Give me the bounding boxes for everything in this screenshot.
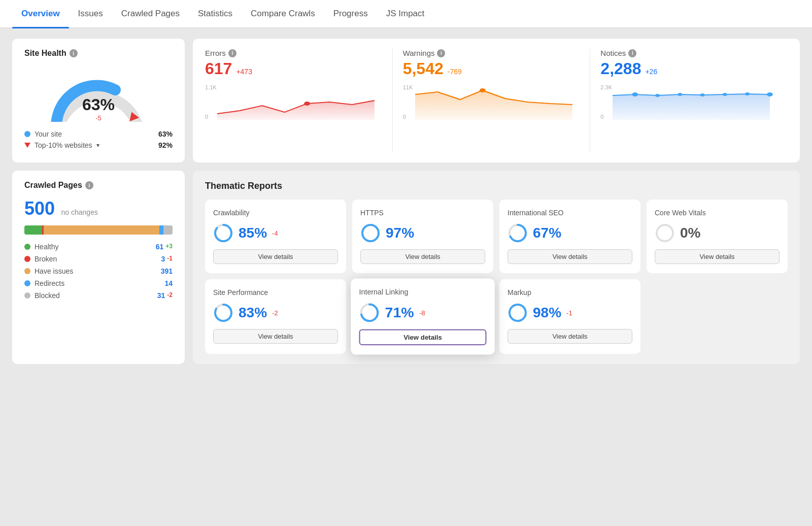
markup-circle <box>507 303 528 323</box>
bottom-row: Crawled Pages i 500 no changes Healthy <box>12 171 800 364</box>
core-web-vitals-view-details[interactable]: View details <box>655 249 780 264</box>
crawlability-circle <box>213 223 233 243</box>
svg-point-14 <box>215 225 231 241</box>
reports-grid: Crawlability 85% -4 View details HTTPS <box>205 200 788 354</box>
report-https: HTTPS 97% View details <box>352 200 493 273</box>
nav-statistics[interactable]: Statistics <box>189 0 242 27</box>
nav-crawled-pages[interactable]: Crawled Pages <box>112 0 189 27</box>
nav-overview[interactable]: Overview <box>12 0 69 27</box>
top-row: Site Health i 63% <box>12 39 800 162</box>
svg-point-11 <box>746 92 750 95</box>
markup-view-details[interactable]: View details <box>507 329 632 344</box>
report-crawlability: Crawlability 85% -4 View details <box>205 200 346 273</box>
warnings-delta: -769 <box>448 68 462 76</box>
internal-linking-view-details[interactable]: View details <box>359 329 487 345</box>
notices-value: 2,288 <box>600 59 641 78</box>
notices-value-row: 2,288 +26 <box>600 59 777 78</box>
international-seo-circle <box>507 223 528 243</box>
warnings-info-icon[interactable]: i <box>437 49 445 57</box>
https-circle <box>360 223 381 243</box>
your-site-dot <box>24 131 30 137</box>
top10-legend: Top-10% websites ▾ 92% <box>24 141 173 149</box>
pages-progress-bar <box>24 225 173 235</box>
crawled-count-row: 500 no changes <box>24 198 173 219</box>
site-health-card: Site Health i 63% <box>12 39 185 162</box>
broken-stat: Broken 3 -1 <box>24 255 173 263</box>
healthy-stat: Healthy 61 +3 <box>24 243 173 251</box>
no-changes-label: no changes <box>61 208 98 216</box>
warnings-section: Warnings i 5,542 -769 11K 0 <box>393 49 591 152</box>
svg-point-25 <box>510 305 526 321</box>
errors-value-row: 617 +473 <box>205 59 382 78</box>
crawled-pages-info-icon[interactable]: i <box>85 181 93 189</box>
errors-delta: +473 <box>236 68 252 76</box>
nav-issues[interactable]: Issues <box>69 0 112 27</box>
blocked-stat: Blocked 31 -2 <box>24 291 173 300</box>
svg-point-4 <box>480 88 486 92</box>
internal-linking-circle <box>359 302 380 323</box>
svg-point-10 <box>723 93 727 96</box>
redirects-stat: Redirects 14 <box>24 279 173 287</box>
report-international-seo: International SEO 67% View details <box>499 200 640 273</box>
site-performance-circle <box>213 303 233 323</box>
gauge-container: 63% -5 <box>24 66 173 122</box>
crawled-count: 500 <box>24 198 55 219</box>
metrics-card: Errors i 617 +473 1.1K 0 <box>193 39 800 162</box>
crawled-pages-card: Crawled Pages i 500 no changes Healthy <box>12 171 185 364</box>
your-site-legend: Your site 63% <box>24 130 173 138</box>
report-markup: Markup 98% -1 View details <box>499 279 640 354</box>
redirects-segment <box>159 225 164 235</box>
svg-point-7 <box>655 94 660 97</box>
svg-point-16 <box>362 225 379 241</box>
report-core-web-vitals: Core Web Vitals 0% View details <box>647 200 788 273</box>
svg-point-8 <box>678 93 683 96</box>
thematic-title: Thematic Reports <box>205 181 788 191</box>
svg-point-2 <box>304 102 310 106</box>
top10-triangle <box>24 143 30 148</box>
gauge-center-text: 63% -5 <box>82 95 115 122</box>
errors-value: 617 <box>205 59 232 78</box>
blocked-segment <box>163 225 173 235</box>
broken-dot <box>24 256 30 262</box>
crawled-pages-title: Crawled Pages i <box>24 181 173 190</box>
warnings-label: Warnings i <box>403 49 580 57</box>
site-performance-view-details[interactable]: View details <box>213 329 338 344</box>
https-view-details[interactable]: View details <box>360 249 485 264</box>
top10-dropdown-icon[interactable]: ▾ <box>96 142 99 149</box>
gauge-wrapper: 63% -5 <box>48 66 149 122</box>
warnings-chart: 11K 0 <box>403 84 580 120</box>
errors-chart: 1.1K 0 <box>205 84 382 120</box>
warnings-value-row: 5,542 -769 <box>403 59 580 78</box>
notices-chart: 2.3K 0 <box>600 84 777 120</box>
errors-info-icon[interactable]: i <box>228 49 236 57</box>
have-issues-stat: Have issues 391 <box>24 267 173 275</box>
notices-section: Notices i 2,288 +26 2.3K 0 <box>590 49 788 152</box>
svg-point-19 <box>657 225 673 241</box>
svg-point-12 <box>767 92 773 96</box>
notices-info-icon[interactable]: i <box>628 49 636 57</box>
international-seo-view-details[interactable]: View details <box>507 249 632 264</box>
svg-point-6 <box>632 92 638 96</box>
svg-point-9 <box>700 93 705 96</box>
errors-label: Errors i <box>205 49 382 57</box>
notices-delta: +26 <box>645 68 657 76</box>
redirects-dot <box>24 280 30 286</box>
site-health-info-icon[interactable]: i <box>70 49 78 57</box>
nav-js-impact[interactable]: JS Impact <box>377 0 434 27</box>
errors-section: Errors i 617 +473 1.1K 0 <box>205 49 393 152</box>
healthy-segment <box>24 225 42 235</box>
warnings-value: 5,542 <box>403 59 444 78</box>
core-web-vitals-circle <box>655 223 675 243</box>
blocked-dot <box>24 292 30 299</box>
nav-compare-crawls[interactable]: Compare Crawls <box>242 0 324 27</box>
site-health-title: Site Health i <box>24 49 173 58</box>
report-internal-linking: Internal Linking 71% -8 View details <box>351 279 495 355</box>
nav-progress[interactable]: Progress <box>324 0 377 27</box>
main-content: Site Health i 63% <box>0 28 812 374</box>
issues-dot <box>24 268 30 274</box>
svg-marker-3 <box>415 90 572 120</box>
crawlability-view-details[interactable]: View details <box>213 249 338 264</box>
report-site-performance: Site Performance 83% -2 View details <box>205 279 346 354</box>
healthy-dot <box>24 244 30 250</box>
notices-label: Notices i <box>600 49 777 57</box>
